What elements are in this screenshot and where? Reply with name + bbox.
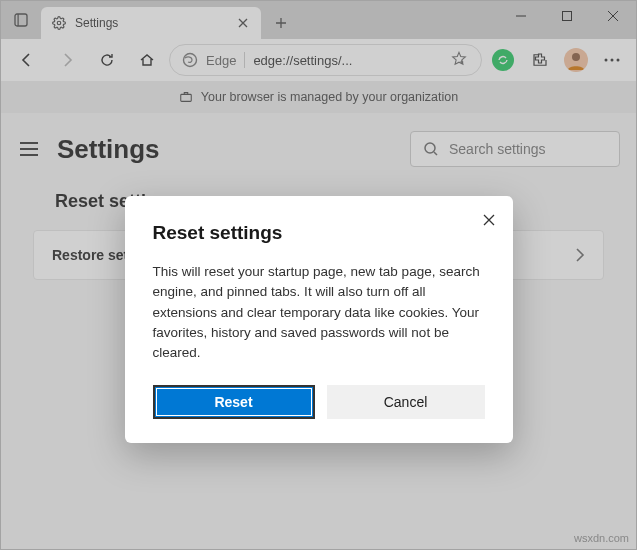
- reset-settings-dialog: Reset settings This will reset your star…: [125, 196, 513, 443]
- reset-button[interactable]: Reset: [153, 385, 315, 419]
- cancel-button[interactable]: Cancel: [327, 385, 485, 419]
- dialog-close-button[interactable]: [479, 210, 499, 230]
- dialog-title: Reset settings: [153, 222, 485, 244]
- dialog-body: This will reset your startup page, new t…: [153, 262, 485, 363]
- watermark: wsxdn.com: [574, 532, 629, 544]
